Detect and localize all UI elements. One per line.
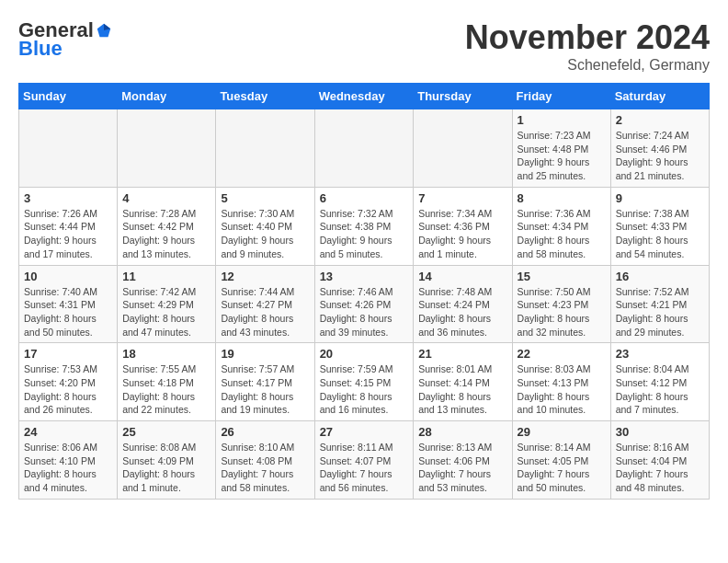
day-info: Sunrise: 7:53 AM Sunset: 4:20 PM Dayligh… bbox=[24, 362, 112, 417]
day-info: Sunrise: 7:24 AM Sunset: 4:46 PM Dayligh… bbox=[616, 129, 704, 183]
day-number: 20 bbox=[320, 347, 409, 361]
calendar-cell: 25Sunrise: 8:08 AM Sunset: 4:09 PM Dayli… bbox=[118, 421, 216, 500]
page-header: General Blue November 2024 Schenefeld, G… bbox=[18, 18, 710, 74]
day-number: 10 bbox=[24, 270, 112, 283]
day-info: Sunrise: 7:38 AM Sunset: 4:33 PM Dayligh… bbox=[616, 207, 704, 261]
calendar-cell: 17Sunrise: 7:53 AM Sunset: 4:20 PM Dayli… bbox=[19, 343, 118, 421]
day-info: Sunrise: 7:30 AM Sunset: 4:40 PM Dayligh… bbox=[221, 207, 309, 261]
day-info: Sunrise: 7:32 AM Sunset: 4:38 PM Dayligh… bbox=[320, 207, 409, 261]
calendar-cell bbox=[19, 109, 118, 188]
weekday-header-sunday: Sunday bbox=[19, 84, 118, 109]
month-title: November 2024 bbox=[465, 18, 710, 57]
day-info: Sunrise: 8:13 AM Sunset: 4:06 PM Dayligh… bbox=[418, 441, 506, 495]
title-block: November 2024 Schenefeld, Germany bbox=[465, 18, 710, 74]
calendar-cell: 3Sunrise: 7:26 AM Sunset: 4:44 PM Daylig… bbox=[19, 187, 118, 265]
day-info: Sunrise: 8:10 AM Sunset: 4:08 PM Dayligh… bbox=[221, 441, 309, 495]
calendar-cell bbox=[414, 109, 512, 188]
weekday-header-monday: Monday bbox=[118, 84, 216, 109]
calendar-cell: 4Sunrise: 7:28 AM Sunset: 4:42 PM Daylig… bbox=[118, 187, 216, 265]
day-number: 22 bbox=[518, 347, 606, 361]
day-info: Sunrise: 7:36 AM Sunset: 4:34 PM Dayligh… bbox=[518, 207, 606, 261]
day-number: 9 bbox=[616, 191, 704, 205]
logo: General Blue bbox=[18, 18, 112, 61]
day-info: Sunrise: 7:59 AM Sunset: 4:15 PM Dayligh… bbox=[320, 362, 409, 417]
calendar-cell: 11Sunrise: 7:42 AM Sunset: 4:29 PM Dayli… bbox=[118, 265, 216, 343]
weekday-header-friday: Friday bbox=[512, 84, 610, 109]
day-number: 17 bbox=[24, 347, 112, 361]
day-number: 7 bbox=[418, 191, 506, 205]
location-subtitle: Schenefeld, Germany bbox=[465, 57, 710, 74]
calendar-cell: 12Sunrise: 7:44 AM Sunset: 4:27 PM Dayli… bbox=[216, 265, 314, 343]
calendar-cell: 18Sunrise: 7:55 AM Sunset: 4:18 PM Dayli… bbox=[118, 343, 216, 421]
day-number: 30 bbox=[616, 425, 704, 439]
day-info: Sunrise: 7:44 AM Sunset: 4:27 PM Dayligh… bbox=[221, 285, 309, 339]
calendar-cell: 6Sunrise: 7:32 AM Sunset: 4:38 PM Daylig… bbox=[314, 187, 414, 265]
day-info: Sunrise: 8:08 AM Sunset: 4:09 PM Dayligh… bbox=[122, 441, 210, 495]
week-row-2: 3Sunrise: 7:26 AM Sunset: 4:44 PM Daylig… bbox=[19, 187, 710, 265]
calendar-cell: 8Sunrise: 7:36 AM Sunset: 4:34 PM Daylig… bbox=[512, 187, 610, 265]
day-info: Sunrise: 7:42 AM Sunset: 4:29 PM Dayligh… bbox=[122, 285, 210, 339]
day-info: Sunrise: 8:03 AM Sunset: 4:13 PM Dayligh… bbox=[518, 362, 606, 417]
weekday-header-row: SundayMondayTuesdayWednesdayThursdayFrid… bbox=[19, 84, 710, 109]
day-info: Sunrise: 7:48 AM Sunset: 4:24 PM Dayligh… bbox=[418, 285, 506, 339]
day-info: Sunrise: 7:52 AM Sunset: 4:21 PM Dayligh… bbox=[616, 285, 704, 339]
day-number: 6 bbox=[320, 191, 409, 205]
day-number: 14 bbox=[418, 270, 506, 283]
weekday-header-tuesday: Tuesday bbox=[216, 84, 314, 109]
day-info: Sunrise: 8:01 AM Sunset: 4:14 PM Dayligh… bbox=[418, 362, 506, 417]
day-number: 8 bbox=[518, 191, 606, 205]
day-number: 26 bbox=[221, 425, 309, 439]
calendar-cell: 13Sunrise: 7:46 AM Sunset: 4:26 PM Dayli… bbox=[314, 265, 414, 343]
week-row-1: 1Sunrise: 7:23 AM Sunset: 4:48 PM Daylig… bbox=[19, 109, 710, 188]
day-number: 4 bbox=[122, 191, 210, 205]
day-info: Sunrise: 7:40 AM Sunset: 4:31 PM Dayligh… bbox=[24, 285, 112, 339]
calendar-cell: 29Sunrise: 8:14 AM Sunset: 4:05 PM Dayli… bbox=[512, 421, 610, 500]
calendar-cell: 9Sunrise: 7:38 AM Sunset: 4:33 PM Daylig… bbox=[610, 187, 709, 265]
day-info: Sunrise: 8:11 AM Sunset: 4:07 PM Dayligh… bbox=[320, 441, 409, 495]
week-row-5: 24Sunrise: 8:06 AM Sunset: 4:10 PM Dayli… bbox=[19, 421, 710, 500]
day-number: 2 bbox=[616, 113, 704, 127]
day-info: Sunrise: 8:16 AM Sunset: 4:04 PM Dayligh… bbox=[616, 441, 704, 495]
calendar-cell: 23Sunrise: 8:04 AM Sunset: 4:12 PM Dayli… bbox=[610, 343, 709, 421]
day-number: 3 bbox=[24, 191, 112, 205]
day-info: Sunrise: 7:46 AM Sunset: 4:26 PM Dayligh… bbox=[320, 285, 409, 339]
calendar-cell: 7Sunrise: 7:34 AM Sunset: 4:36 PM Daylig… bbox=[414, 187, 512, 265]
day-number: 19 bbox=[221, 347, 309, 361]
calendar-cell: 27Sunrise: 8:11 AM Sunset: 4:07 PM Dayli… bbox=[314, 421, 414, 500]
day-number: 5 bbox=[221, 191, 309, 205]
day-number: 29 bbox=[518, 425, 606, 439]
day-info: Sunrise: 8:14 AM Sunset: 4:05 PM Dayligh… bbox=[518, 441, 606, 495]
calendar-cell: 24Sunrise: 8:06 AM Sunset: 4:10 PM Dayli… bbox=[19, 421, 118, 500]
day-number: 15 bbox=[518, 270, 606, 283]
calendar-cell: 21Sunrise: 8:01 AM Sunset: 4:14 PM Dayli… bbox=[414, 343, 512, 421]
day-number: 1 bbox=[518, 113, 606, 127]
calendar-cell: 10Sunrise: 7:40 AM Sunset: 4:31 PM Dayli… bbox=[19, 265, 118, 343]
calendar-cell: 15Sunrise: 7:50 AM Sunset: 4:23 PM Dayli… bbox=[512, 265, 610, 343]
day-info: Sunrise: 7:23 AM Sunset: 4:48 PM Dayligh… bbox=[518, 129, 606, 183]
calendar-cell: 30Sunrise: 8:16 AM Sunset: 4:04 PM Dayli… bbox=[610, 421, 709, 500]
day-number: 28 bbox=[418, 425, 506, 439]
logo-blue-text: Blue bbox=[18, 37, 63, 61]
calendar-cell: 1Sunrise: 7:23 AM Sunset: 4:48 PM Daylig… bbox=[512, 109, 610, 188]
day-info: Sunrise: 8:06 AM Sunset: 4:10 PM Dayligh… bbox=[24, 441, 112, 495]
calendar-cell: 2Sunrise: 7:24 AM Sunset: 4:46 PM Daylig… bbox=[610, 109, 709, 188]
calendar-cell bbox=[216, 109, 314, 188]
day-info: Sunrise: 7:34 AM Sunset: 4:36 PM Dayligh… bbox=[418, 207, 506, 261]
calendar-cell: 20Sunrise: 7:59 AM Sunset: 4:15 PM Dayli… bbox=[314, 343, 414, 421]
day-number: 25 bbox=[122, 425, 210, 439]
day-info: Sunrise: 7:28 AM Sunset: 4:42 PM Dayligh… bbox=[122, 207, 210, 261]
logo-icon bbox=[96, 22, 112, 39]
day-number: 21 bbox=[418, 347, 506, 361]
calendar-cell: 5Sunrise: 7:30 AM Sunset: 4:40 PM Daylig… bbox=[216, 187, 314, 265]
day-number: 12 bbox=[221, 270, 309, 283]
calendar-cell bbox=[314, 109, 414, 188]
day-number: 27 bbox=[320, 425, 409, 439]
day-number: 23 bbox=[616, 347, 704, 361]
week-row-4: 17Sunrise: 7:53 AM Sunset: 4:20 PM Dayli… bbox=[19, 343, 710, 421]
day-info: Sunrise: 7:26 AM Sunset: 4:44 PM Dayligh… bbox=[24, 207, 112, 261]
weekday-header-thursday: Thursday bbox=[414, 84, 512, 109]
day-number: 24 bbox=[24, 425, 112, 439]
weekday-header-wednesday: Wednesday bbox=[314, 84, 414, 109]
day-info: Sunrise: 7:50 AM Sunset: 4:23 PM Dayligh… bbox=[518, 285, 606, 339]
day-info: Sunrise: 8:04 AM Sunset: 4:12 PM Dayligh… bbox=[616, 362, 704, 417]
